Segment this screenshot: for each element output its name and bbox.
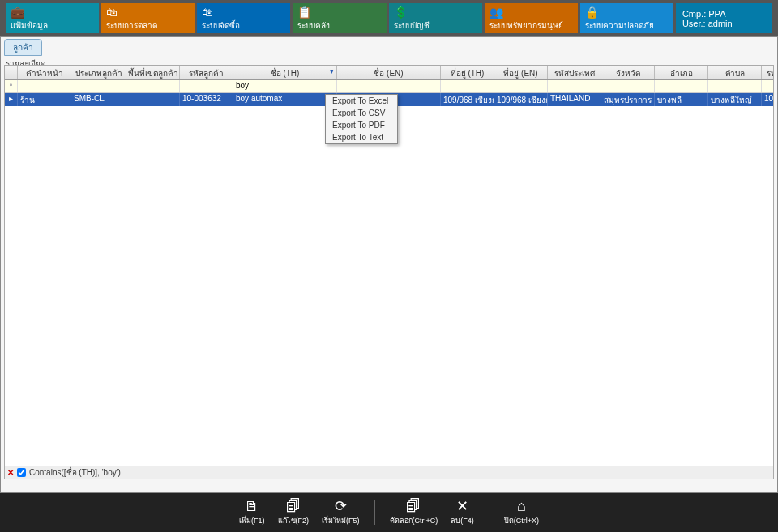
bottom-toolbar: 🗎 เพิ่ม(F1) 🗐 แก้ไข(F2) ⟳ เริ่มใหม่(F5) … xyxy=(0,493,778,532)
nav-label: ระบบบัญชี xyxy=(394,19,477,30)
cell: boy automax xyxy=(233,93,337,106)
content-area: ลูกค้า รายละเอียด คำนำหน้า ประเภทลูกค้า … xyxy=(0,36,778,493)
nav-label: ระบบความปลอดภัย xyxy=(585,19,669,30)
col-header[interactable]: รหัสประเทศ xyxy=(548,66,601,79)
home-icon: ⌂ xyxy=(517,499,526,513)
sheet-tab-customers[interactable]: ลูกค้า xyxy=(4,39,42,56)
grid-filter-row: ♀ boy xyxy=(5,80,773,93)
bag-icon: 🛍 xyxy=(202,6,285,18)
delete-button[interactable]: ✕ ลบ(F4) xyxy=(444,497,481,528)
close-icon: ✕ xyxy=(456,499,468,513)
people-icon: 👥 xyxy=(489,6,573,18)
col-header[interactable]: ประเภทลูกค้า xyxy=(71,66,126,79)
filter-cell[interactable] xyxy=(441,80,494,92)
nav-purchase[interactable]: 🛍 ระบบจัดซื้อ xyxy=(197,3,290,33)
btn-label: เพิ่ม(F1) xyxy=(239,515,265,526)
col-header-indicator[interactable] xyxy=(5,66,18,79)
nav-label: ระบบจัดซื้อ xyxy=(202,19,285,30)
filter-cell[interactable] xyxy=(601,80,655,92)
user-label: User.: admin xyxy=(682,19,766,28)
col-header[interactable]: รหัสลูกค้า xyxy=(180,66,233,79)
col-header[interactable]: อำเภอ xyxy=(655,66,708,79)
nav-inventory[interactable]: 📋 ระบบคลัง xyxy=(293,3,386,33)
grid-header-row: คำนำหน้า ประเภทลูกค้า พื้นที่เขตลูกค้า ร… xyxy=(5,66,773,80)
filter-cell[interactable] xyxy=(337,80,441,92)
filter-summary-bar: ✕ Contains([ชื่อ (TH)], 'boy') xyxy=(5,466,773,479)
toolbar-group-action: 🗐 คัดลอก(Ctrl+C) ✕ ลบ(F4) xyxy=(383,497,481,528)
col-header[interactable]: รหัส xyxy=(762,66,774,79)
user-info-panel: Cmp.: PPA User.: admin xyxy=(676,3,772,33)
col-header[interactable]: จังหวัด xyxy=(601,66,655,79)
copy-button[interactable]: 🗐 คัดลอก(Ctrl+C) xyxy=(383,497,445,528)
filter-enabled-checkbox[interactable] xyxy=(17,468,26,477)
export-context-menu: Export To Excel Export To CSV Export To … xyxy=(325,94,398,144)
bag-icon: 🛍 xyxy=(106,6,190,18)
filter-icon: ▾ xyxy=(328,67,335,74)
lock-icon: 🔒 xyxy=(585,6,669,18)
btn-label: แก้ไข(F2) xyxy=(278,515,310,526)
toolbar-group-close: ⌂ ปิด(Ctrl+X) xyxy=(498,497,545,528)
filter-expression: Contains([ชื่อ (TH)], 'boy') xyxy=(29,466,121,479)
toolbar-separator xyxy=(489,500,489,525)
nav-security[interactable]: 🔒 ระบบความปลอดภัย xyxy=(580,3,673,33)
ribbon-nav: 💼 แฟ้มข้อมูล 🛍 ระบบการตลาด 🛍 ระบบจัดซื้อ… xyxy=(0,0,778,36)
add-button[interactable]: 🗎 เพิ่ม(F1) xyxy=(233,497,271,528)
nav-label: ระบบการตลาด xyxy=(106,19,190,30)
clear-filter-icon[interactable]: ✕ xyxy=(7,468,14,477)
menu-export-text[interactable]: Export To Text xyxy=(326,131,397,143)
col-header[interactable]: ตำบล xyxy=(708,66,762,79)
nav-hr[interactable]: 👥 ระบบทรัพยากรมนุษย์ xyxy=(485,3,578,33)
refresh-icon: ⟳ xyxy=(335,499,347,513)
filter-cell[interactable]: boy xyxy=(233,80,337,92)
filter-row-icon: ♀ xyxy=(5,80,18,92)
company-label: Cmp.: PPA xyxy=(682,9,766,19)
btn-label: เริ่มใหม่(F5) xyxy=(322,515,360,526)
menu-export-csv[interactable]: Export To CSV xyxy=(326,107,397,119)
nav-label: ระบบคลัง xyxy=(297,19,381,30)
filter-cell[interactable] xyxy=(494,80,548,92)
nav-accounting[interactable]: 💲 ระบบบัญชี xyxy=(389,3,482,33)
nav-label: แฟ้มข้อมูล xyxy=(11,19,94,30)
cell: ร้าน xyxy=(18,93,71,106)
btn-label: ปิด(Ctrl+X) xyxy=(504,515,539,526)
copy-icon: 🗐 xyxy=(406,499,421,513)
cell: THAILAND xyxy=(548,93,601,106)
file-icon: 🗎 xyxy=(245,499,259,513)
filter-cell[interactable] xyxy=(18,80,71,92)
dollar-icon: 💲 xyxy=(394,6,477,18)
col-header[interactable]: คำนำหน้า xyxy=(18,66,71,79)
close-button[interactable]: ⌂ ปิด(Ctrl+X) xyxy=(498,497,545,528)
cell xyxy=(126,93,180,106)
col-header[interactable]: ที่อยู่ (TH) xyxy=(441,66,494,79)
menu-export-excel[interactable]: Export To Excel xyxy=(326,95,397,107)
nav-label: ระบบทรัพยากรมนุษย์ xyxy=(489,19,573,30)
cell: 10-003632 xyxy=(180,93,233,106)
filter-cell[interactable] xyxy=(548,80,601,92)
filter-cell[interactable] xyxy=(655,80,708,92)
nav-marketing[interactable]: 🛍 ระบบการตลาด xyxy=(101,3,194,33)
col-header[interactable]: ที่อยู่ (EN) xyxy=(494,66,548,79)
filter-cell[interactable] xyxy=(180,80,233,92)
col-header[interactable]: ชื่อ (TH)▾ xyxy=(233,66,337,79)
nav-file[interactable]: 💼 แฟ้มข้อมูล xyxy=(6,3,99,33)
toolbar-group-edit: 🗎 เพิ่ม(F1) 🗐 แก้ไข(F2) ⟳ เริ่มใหม่(F5) xyxy=(233,497,366,528)
col-header[interactable]: ชื่อ (EN) xyxy=(337,66,441,79)
filter-cell[interactable] xyxy=(762,80,774,92)
col-header[interactable]: พื้นที่เขตลูกค้า xyxy=(126,66,180,79)
cell: บางพลี xyxy=(655,93,708,106)
filter-cell[interactable] xyxy=(126,80,180,92)
menu-export-pdf[interactable]: Export To PDF xyxy=(326,119,397,131)
edit-button[interactable]: 🗐 แก้ไข(F2) xyxy=(271,497,316,528)
filter-cell[interactable] xyxy=(71,80,126,92)
list-icon: 📋 xyxy=(297,6,381,18)
cell: บางพลีใหญ่ xyxy=(708,93,762,106)
cell: 10540 xyxy=(762,93,774,106)
cell: สมุทรปราการ xyxy=(601,93,655,106)
refresh-button[interactable]: ⟳ เริ่มใหม่(F5) xyxy=(315,497,366,528)
cell: SMB-CL xyxy=(71,93,126,106)
toolbar-separator xyxy=(374,500,375,525)
cell: 109/968 เชียงก... xyxy=(441,93,494,106)
btn-label: คัดลอก(Ctrl+C) xyxy=(390,515,438,526)
filter-cell[interactable] xyxy=(708,80,762,92)
cell: 109/968 เชียงก... xyxy=(494,93,548,106)
